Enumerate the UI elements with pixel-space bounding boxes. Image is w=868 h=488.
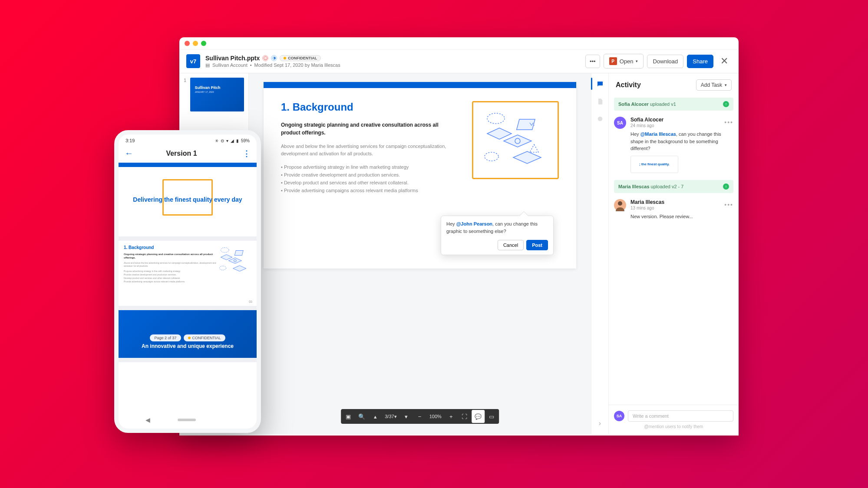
page-indicator-pill: Page 2 of 37 — [150, 334, 181, 341]
titlebar — [179, 37, 739, 49]
toggle-thumbs-button[interactable]: ▣ — [342, 410, 355, 423]
bullet-item: Provide creative development and product… — [281, 171, 459, 179]
back-button[interactable]: ← — [125, 148, 133, 158]
mobile-slide[interactable]: Delivering the finest quality every day — [119, 163, 257, 241]
prev-page-button[interactable]: ▴ — [369, 410, 382, 423]
annotation-highlight[interactable] — [472, 101, 559, 179]
window-minimize-button[interactable] — [193, 41, 198, 46]
mention[interactable]: @Maria Illescas — [640, 131, 676, 137]
activity-comment: SA Sofia Alcocer 24 mins ago ••• Hey @Ma… — [614, 117, 733, 173]
comment-menu-icon[interactable]: ••• — [724, 119, 733, 126]
fullscreen-button[interactable]: ⛶ — [458, 410, 471, 423]
system-event[interactable]: Maria Illescas uploaded v2 - 7 ↑ — [614, 180, 733, 193]
mobile-nav-bar: ◀ — [119, 414, 257, 426]
avatar: SA — [614, 411, 624, 421]
zoom-in-button[interactable]: + — [445, 410, 458, 423]
mobile-content[interactable]: Delivering the finest quality every day … — [119, 163, 257, 418]
page-number: 03 — [249, 300, 252, 303]
wifi-icon: ▾ — [226, 138, 228, 143]
mention[interactable]: @John Pearson — [456, 221, 492, 226]
comment-draft-text[interactable]: Hey @John Pearson, can you change this g… — [446, 220, 548, 235]
slide-accent-bar — [264, 82, 576, 88]
cancel-button[interactable]: Cancel — [498, 240, 524, 250]
svg-point-0 — [487, 113, 505, 124]
add-task-button[interactable]: Add Task ▾ — [696, 79, 732, 91]
zoom-indicator[interactable]: 100% — [427, 410, 444, 423]
slide-heading: 1. Background — [281, 101, 459, 113]
powerpoint-icon: P — [609, 57, 617, 65]
window-maximize-button[interactable] — [201, 41, 206, 46]
desktop-window: v7 Sullivan Pitch.pptx ◯ ◑ CONFIDENTIAL … — [179, 37, 739, 436]
file-header: v7 Sullivan Pitch.pptx ◯ ◑ CONFIDENTIAL … — [179, 49, 739, 73]
file-title: Sullivan Pitch.pptx — [205, 55, 260, 62]
activity-title: Activity — [616, 81, 641, 89]
modified-text: Modified Sept 17, 2020 by Maria Illescas — [254, 62, 340, 68]
mobile-slide[interactable]: Page 2 of 37 CONFIDENTIAL An innovative … — [119, 310, 257, 362]
android-home-icon[interactable] — [178, 419, 196, 421]
confidential-badge: CONFIDENTIAL — [280, 55, 321, 61]
system-event[interactable]: Sofia Alcocer uploaded v1 ↑ — [614, 98, 733, 111]
page-indicator[interactable]: 3/37 ▾ — [382, 410, 399, 423]
svg-point-4 — [597, 117, 602, 121]
post-button[interactable]: Post — [526, 240, 548, 250]
comment-timestamp: 24 mins ago — [630, 123, 663, 128]
window-close-button[interactable] — [185, 41, 190, 46]
comment-author: Sofia Alcocer — [630, 117, 663, 123]
download-button[interactable]: Download — [647, 55, 683, 68]
folder-name[interactable]: Sullivan Account — [212, 62, 248, 68]
slide-paragraph: Above and below the line advertising ser… — [124, 262, 217, 268]
slide-lead: Ongoing strategic planning and creative … — [281, 121, 459, 137]
shapes-graphic — [479, 110, 552, 170]
activity-feed[interactable]: Sofia Alcocer uploaded v1 ↑ SA Sofia Alc… — [609, 95, 739, 405]
bullet-item: Develop product and services and other r… — [281, 179, 459, 187]
thumb-number: 1 — [184, 78, 188, 111]
mobile-device: 3:19 ⚹ ⊖ ▾ ◢ ▮ 59% ← Version 1 ⋮ Deliver… — [114, 130, 261, 433]
open-button[interactable]: P Open ▾ — [604, 54, 644, 69]
slide-thumbnail[interactable]: Sullivan Pitch JANUARY 17, 2020 — [190, 78, 244, 111]
comment-input[interactable]: Write a comment — [628, 410, 733, 422]
slide-heading: 1. Background — [124, 245, 217, 250]
slide-text: An innovative and unique experience — [142, 343, 234, 349]
mobile-slide[interactable]: 1. Background Ongoing strategic planning… — [119, 241, 257, 310]
shared-icon: ◑ — [271, 55, 277, 61]
share-button[interactable]: Share — [687, 55, 713, 68]
window-body: 1 Sullivan Pitch JANUARY 17, 2020 1. Bac… — [179, 73, 739, 434]
next-page-button[interactable]: ▾ — [400, 410, 413, 423]
comment-menu-icon[interactable]: ••• — [724, 201, 733, 208]
collapse-sidebar-icon[interactable]: › — [595, 419, 605, 428]
svg-point-3 — [485, 152, 498, 161]
battery-text: 59% — [241, 138, 250, 143]
metadata-tab-icon[interactable] — [595, 114, 605, 124]
search-button[interactable]: 🔍 — [355, 410, 368, 423]
mobile-appbar: ← Version 1 ⋮ — [119, 145, 257, 163]
comment-attachment[interactable]: ; the finest quality. — [630, 156, 678, 173]
more-button[interactable]: ••• — [585, 55, 600, 68]
comments-tab-icon[interactable] — [595, 79, 605, 89]
present-button[interactable]: ▭ — [485, 410, 498, 423]
status-time: 3:19 — [125, 138, 135, 143]
comment-popover: Hey @John Pearson, can you change this g… — [441, 216, 554, 255]
status-icons: ⚹ ⊖ ▾ ◢ ▮ 59% — [215, 138, 250, 143]
annotation-mode-button[interactable]: 💬 — [472, 410, 485, 423]
svg-rect-7 — [234, 250, 243, 255]
chevron-down-icon: ▾ — [636, 59, 638, 63]
upload-icon: ↑ — [723, 183, 729, 190]
upload-icon: ↑ — [723, 101, 729, 107]
android-back-icon[interactable]: ◀ — [145, 416, 150, 423]
file-meta: ▤ Sullivan Account • Modified Sept 17, 2… — [205, 62, 580, 68]
close-icon[interactable]: ✕ — [717, 54, 732, 69]
svg-point-9 — [220, 266, 226, 270]
version-badge[interactable]: v7 — [186, 54, 200, 68]
mobile-title: Version 1 — [166, 150, 197, 157]
dnd-icon: ⊖ — [221, 138, 224, 143]
avatar[interactable] — [614, 199, 626, 211]
header-actions: ••• P Open ▾ Download Share ✕ — [585, 54, 732, 69]
slide-bullets: Propose advertising strategy in line wit… — [124, 269, 217, 283]
slide-graphic-column — [472, 101, 559, 194]
zoom-out-button[interactable]: − — [413, 410, 426, 423]
battery-icon: ▮ — [236, 138, 239, 143]
avatar[interactable]: SA — [614, 117, 626, 129]
details-tab-icon[interactable] — [595, 97, 605, 106]
thumbnail-row[interactable]: 1 Sullivan Pitch JANUARY 17, 2020 — [184, 78, 244, 111]
kebab-menu-icon[interactable]: ⋮ — [243, 149, 251, 158]
